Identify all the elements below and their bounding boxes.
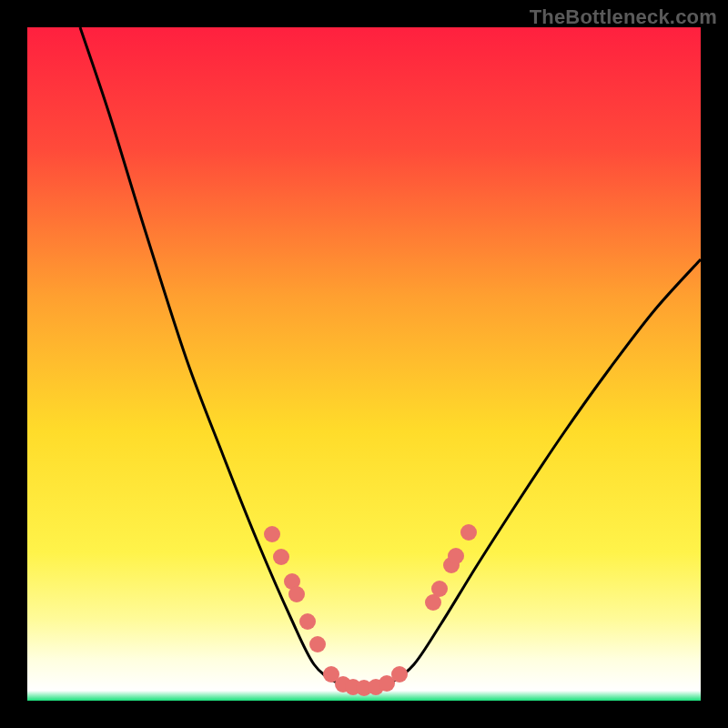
curve-marker bbox=[460, 524, 477, 541]
watermark-text: TheBottleneck.com bbox=[530, 5, 717, 29]
bottleneck-chart bbox=[27, 27, 701, 701]
chart-frame: TheBottleneck.com bbox=[0, 0, 728, 728]
curve-marker bbox=[309, 636, 326, 652]
curve-marker bbox=[299, 613, 316, 630]
curve-marker bbox=[448, 548, 464, 564]
gradient-background bbox=[27, 27, 701, 701]
plot-area bbox=[27, 27, 701, 701]
curve-marker bbox=[273, 549, 289, 565]
curve-marker bbox=[431, 581, 448, 597]
curve-marker bbox=[288, 586, 305, 602]
curve-marker bbox=[264, 526, 280, 542]
curve-marker bbox=[391, 666, 408, 682]
